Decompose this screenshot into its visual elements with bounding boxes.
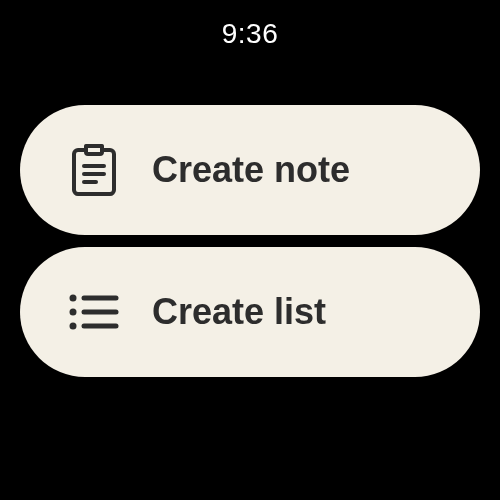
create-list-button[interactable]: Create list [20, 247, 480, 377]
svg-rect-0 [86, 146, 102, 154]
actions-container: Create note Create list [20, 105, 480, 377]
svg-point-4 [70, 295, 77, 302]
list-icon [68, 286, 120, 338]
create-note-label: Create note [152, 149, 350, 191]
svg-point-6 [70, 323, 77, 330]
clipboard-note-icon [68, 144, 120, 196]
svg-point-5 [70, 309, 77, 316]
create-list-label: Create list [152, 291, 326, 333]
status-time: 9:36 [222, 18, 279, 50]
create-note-button[interactable]: Create note [20, 105, 480, 235]
